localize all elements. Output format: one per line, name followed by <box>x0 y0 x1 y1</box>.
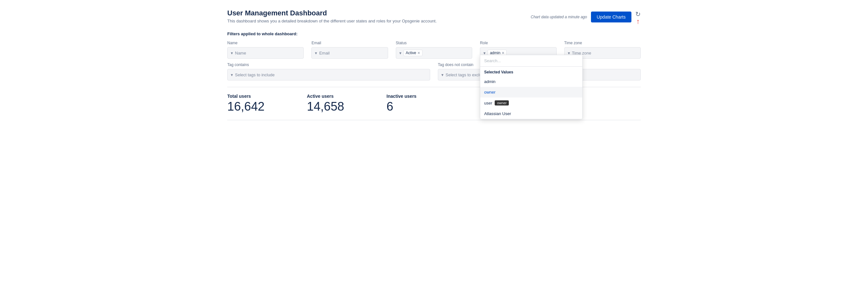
filter-label-role: Role <box>480 41 556 45</box>
stat-total-users-value: 16,642 <box>227 100 291 113</box>
refresh-arrow-block: ↻ ↑ <box>635 10 641 25</box>
stat-active-users: Active users 14,658 <box>307 94 371 113</box>
filter-group-email: Email ▾ Email <box>311 41 388 59</box>
role-dropdown-search[interactable] <box>480 55 582 67</box>
stat-active-users-label: Active users <box>307 94 371 99</box>
filter-label-email: Email <box>311 41 388 45</box>
filter-group-tag-contains: Tag contains ▾ Select tags to include <box>227 63 430 80</box>
role-admin-tag-label: admin <box>490 51 500 55</box>
bottom-bar <box>227 120 641 123</box>
role-admin-tag-remove[interactable]: × <box>502 51 504 55</box>
filter-tag-contains-input[interactable]: ▾ Select tags to include <box>227 69 430 80</box>
filter-group-status: Status ▾ Active × <box>396 41 472 59</box>
dropdown-item-owner[interactable]: owner <box>480 87 582 97</box>
dropdown-section-label: Selected Values <box>480 67 582 76</box>
stat-inactive-users: Inactive users 6 <box>386 94 451 113</box>
role-dropdown: Selected Values admin owner user owner A… <box>480 55 583 119</box>
dropdown-item-user[interactable]: user owner <box>480 97 582 108</box>
status-active-tag-label: Active <box>406 51 416 55</box>
filter-label-tag-contains: Tag contains <box>227 63 430 67</box>
filter-tag-contains-placeholder: Select tags to include <box>235 72 275 77</box>
funnel-icon-status: ▾ <box>399 51 402 56</box>
funnel-icon-name: ▾ <box>231 51 233 56</box>
funnel-icon-email: ▾ <box>315 51 317 56</box>
dropdown-item-atlassian[interactable]: Atlassian User <box>480 108 582 119</box>
header-right: Chart data updated a minute ago Update C… <box>531 9 641 25</box>
stat-total-users-label: Total users <box>227 94 291 99</box>
filter-label-status: Status <box>396 41 472 45</box>
filter-name-input[interactable]: ▾ Name <box>227 47 304 59</box>
title-block: User Management Dashboard This dashboard… <box>227 9 437 24</box>
page-subtitle: This dashboard shows you a detailed brea… <box>227 19 437 24</box>
update-charts-button[interactable]: Update Charts <box>591 11 631 23</box>
status-active-tag: Active × <box>403 50 423 56</box>
status-active-tag-remove[interactable]: × <box>417 51 420 55</box>
chart-updated-text: Chart data updated a minute ago <box>531 15 587 19</box>
stat-total-users: Total users 16,642 <box>227 94 291 113</box>
filter-label-timezone: Time zone <box>564 41 641 45</box>
owner-badge: owner <box>495 100 509 105</box>
stat-inactive-users-label: Inactive users <box>386 94 451 99</box>
arrow-up-icon: ↑ <box>636 18 640 25</box>
header-row: User Management Dashboard This dashboard… <box>227 9 641 25</box>
filter-group-name: Name ▾ Name <box>227 41 304 59</box>
page-title: User Management Dashboard <box>227 9 437 17</box>
filter-name-placeholder: Name <box>235 51 246 56</box>
filter-label-name: Name <box>227 41 304 45</box>
dropdown-item-admin[interactable]: admin <box>480 76 582 87</box>
stat-inactive-users-value: 6 <box>386 100 451 113</box>
filter-group-role: Role ▾ admin × Selected Values admin <box>480 41 556 59</box>
funnel-icon-tag-contains: ▾ <box>231 72 233 77</box>
stat-active-users-value: 14,658 <box>307 100 371 113</box>
page-container: User Management Dashboard This dashboard… <box>217 0 651 132</box>
filter-email-input[interactable]: ▾ Email <box>311 47 388 59</box>
filter-email-placeholder: Email <box>319 51 330 56</box>
refresh-icon[interactable]: ↻ <box>635 10 641 18</box>
funnel-icon-tag-not-contain: ▾ <box>441 72 444 77</box>
filters-label: Filters applied to whole dashboard: <box>227 31 641 36</box>
filter-status-input[interactable]: ▾ Active × <box>396 47 472 59</box>
filters-section: Filters applied to whole dashboard: Name… <box>227 31 641 80</box>
filters-grid-row1: Name ▾ Name Email ▾ Email Status ▾ <box>227 41 641 59</box>
